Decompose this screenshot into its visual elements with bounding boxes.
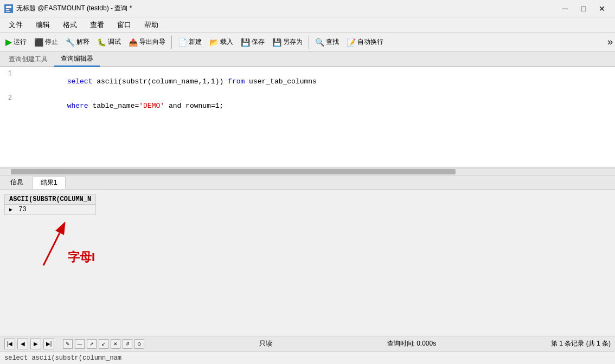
menu-view[interactable]: 查看 <box>84 19 111 31</box>
window-controls: ─ □ ✕ <box>556 1 611 16</box>
status-refresh-btn[interactable]: ↺ <box>123 339 132 349</box>
debug-label: 调试 <box>108 37 121 47</box>
red-arrow-svg <box>27 222 98 271</box>
svg-line-5 <box>43 233 60 265</box>
annotation-text: 字母I <box>68 249 95 265</box>
line-2-code: where table_name='DEMO' and rownum=1; <box>16 94 223 118</box>
debug-button[interactable]: 🐛 调试 <box>94 36 124 48</box>
nav-next-button[interactable]: ▶ <box>30 339 41 349</box>
row-arrow-cell: ▶ 73 <box>5 205 96 215</box>
svg-rect-3 <box>6 11 10 12</box>
find-label: 查找 <box>326 37 339 47</box>
save-icon: 💾 <box>241 38 250 47</box>
maximize-button[interactable]: □ <box>575 1 592 16</box>
nav-last-button[interactable]: ▶| <box>43 339 54 349</box>
export-label: 导出向导 <box>139 37 165 47</box>
autorun-button[interactable]: 📝 自动换行 <box>343 36 387 48</box>
toolbar-separator-1 <box>171 36 172 49</box>
menu-window[interactable]: 窗口 <box>111 19 138 31</box>
save-label: 保存 <box>252 37 265 47</box>
line-number-1: 1 <box>0 70 16 77</box>
editor-line-1: 1 select ascii(substr(column_name,1,1)) … <box>0 69 615 94</box>
export-icon: 📤 <box>129 38 138 47</box>
window-title: 无标题 @EASTMOUNT (testdb) - 查询 * <box>16 4 132 13</box>
bottom-query-bar: select ascii(substr(column_nam <box>0 351 615 364</box>
load-button[interactable]: 📂 载入 <box>206 36 236 48</box>
save-button[interactable]: 💾 保存 <box>238 36 268 48</box>
editor-area[interactable]: 1 select ascii(substr(column_name,1,1)) … <box>0 67 615 168</box>
scrollbar-thumb <box>11 169 456 174</box>
close-button[interactable]: ✕ <box>593 1 611 16</box>
code-table: user_tab_columns <box>245 77 317 86</box>
title-bar: 无标题 @EASTMOUNT (testdb) - 查询 * ─ □ ✕ <box>0 0 615 17</box>
main-layout: 1 select ascii(substr(column_name,1,1)) … <box>0 67 615 364</box>
tab-query-editor[interactable]: 查询编辑器 <box>54 52 100 67</box>
load-icon: 📂 <box>209 38 219 47</box>
status-nav-group: |◀ ◀ ▶ ▶| ✎ — ↗ ↙ ✕ ↺ ⊙ <box>4 339 144 349</box>
tab-results1[interactable]: 结果1 <box>33 177 66 189</box>
tab-query-builder[interactable]: 查询创建工具 <box>2 53 54 66</box>
status-cancel-btn[interactable]: ✕ <box>111 339 120 349</box>
status-bar: |◀ ◀ ▶ ▶| ✎ — ↗ ↙ ✕ ↺ ⊙ 只读 查询时间: 0.000s … <box>0 336 615 351</box>
status-down-btn[interactable]: ↙ <box>99 339 108 349</box>
svg-rect-2 <box>6 9 9 10</box>
export-button[interactable]: 📤 导出向导 <box>125 36 169 48</box>
saveas-button[interactable]: 💾 另存为 <box>269 36 306 48</box>
find-icon: 🔍 <box>315 38 324 47</box>
explain-button[interactable]: 🔧 解释 <box>62 36 93 48</box>
status-edit-btn[interactable]: ✎ <box>63 339 73 349</box>
menu-bar: 文件 编辑 格式 查看 窗口 帮助 <box>0 17 615 32</box>
stop-icon: ⬛ <box>34 38 43 47</box>
horizontal-scrollbar[interactable] <box>0 168 615 176</box>
run-button[interactable]: ▶ 运行 <box>2 36 30 48</box>
bottom-section: 信息 结果1 ASCII(SUBSTR(COLUMN_N ▶ 73 <box>0 176 615 364</box>
explain-label: 解释 <box>76 37 89 47</box>
results-col-header: ASCII(SUBSTR(COLUMN_N <box>5 194 96 205</box>
toolbar: ▶ 运行 ⬛ 停止 🔧 解释 🐛 调试 📤 导出向导 📄 新建 📂 载入 💾 保… <box>0 32 615 52</box>
menu-format[interactable]: 格式 <box>56 19 84 31</box>
status-readonly: 只读 <box>259 339 272 348</box>
run-icon: ▶ <box>5 37 12 47</box>
explain-icon: 🔧 <box>66 38 75 47</box>
annotation-group: 字母I <box>27 222 98 272</box>
svg-rect-1 <box>6 6 11 8</box>
tab-info[interactable]: 信息 <box>2 176 31 188</box>
line-1-code: select ascii(substr(column_name,1,1)) fr… <box>16 69 317 94</box>
menu-help[interactable]: 帮助 <box>138 19 165 31</box>
app-icon <box>4 4 13 13</box>
code-and: and rownum=1; <box>164 102 223 110</box>
table-row: ▶ 73 <box>5 205 96 215</box>
menu-edit[interactable]: 编辑 <box>29 19 56 31</box>
keyword-from: from <box>228 77 245 86</box>
find-button[interactable]: 🔍 查找 <box>312 36 342 48</box>
code-ascii: ascii(substr(column_name,1,1)) <box>92 77 228 86</box>
stop-button[interactable]: ⬛ 停止 <box>31 36 61 48</box>
debug-icon: 🐛 <box>97 38 106 47</box>
menu-file[interactable]: 文件 <box>2 19 29 31</box>
new-button[interactable]: 📄 新建 <box>175 36 205 48</box>
toolbar-separator-2 <box>309 36 309 49</box>
line-number-2: 2 <box>0 94 16 102</box>
status-up-btn[interactable]: ↗ <box>87 339 97 349</box>
load-label: 载入 <box>220 37 233 47</box>
saveas-label: 另存为 <box>283 37 303 47</box>
status-records: 第 1 条记录 (共 1 条) <box>551 339 611 348</box>
new-label: 新建 <box>189 37 202 47</box>
editor-line-2: 2 where table_name='DEMO' and rownum=1; <box>0 94 615 118</box>
editor-content: 1 select ascii(substr(column_name,1,1)) … <box>0 67 615 120</box>
status-circle-btn[interactable]: ⊙ <box>134 339 144 349</box>
bottom-tab-bar: 信息 结果1 <box>0 176 615 190</box>
outer-tab-bar: 查询创建工具 查询编辑器 <box>0 52 615 67</box>
row-arrow-icon: ▶ <box>9 207 12 213</box>
nav-prev-button[interactable]: ◀ <box>17 339 28 349</box>
minimize-button[interactable]: ─ <box>556 1 574 16</box>
nav-first-button[interactable]: |◀ <box>4 339 15 349</box>
results-area: ASCII(SUBSTR(COLUMN_N ▶ 73 <box>0 190 615 336</box>
run-label: 运行 <box>14 37 27 47</box>
status-minus-btn[interactable]: — <box>75 339 85 349</box>
toolbar-expand-icon[interactable]: » <box>607 36 613 48</box>
row-value: 73 <box>18 206 26 213</box>
string-demo: 'DEMO' <box>139 102 164 110</box>
bottom-query-text: select ascii(substr(column_nam <box>4 354 121 362</box>
new-icon: 📄 <box>178 38 187 47</box>
